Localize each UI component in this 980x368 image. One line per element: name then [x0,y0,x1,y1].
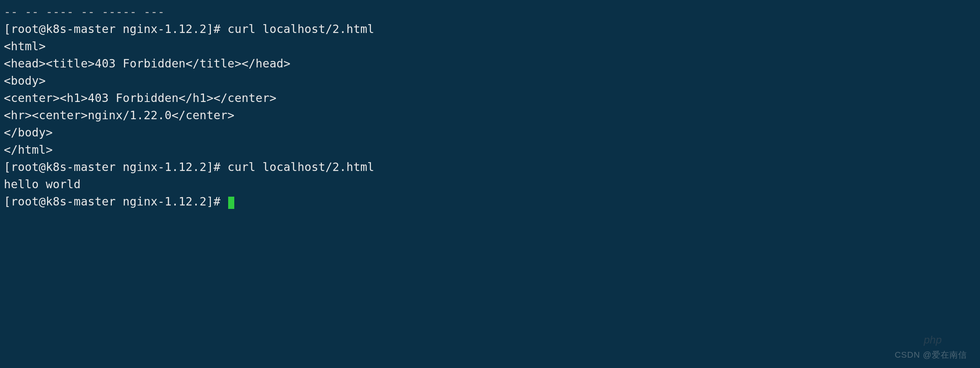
terminal-output-line: hello world [4,176,976,193]
terminal-prompt-line: [root@k8s-master nginx-1.12.2]# curl loc… [4,20,976,38]
terminal-output-line: <hr><center>nginx/1.22.0</center> [4,107,976,124]
watermark-text: CSDN @爱在南信 [895,348,967,361]
prompt-text: [root@k8s-master nginx-1.12.2]# [4,195,227,208]
cursor-icon [228,197,234,209]
watermark-ghost: php [924,332,942,348]
terminal-output-line: <body> [4,72,976,89]
terminal-output-line: </html> [4,141,976,158]
terminal-output-line: </body> [4,124,976,141]
terminal-output-line: <center><h1>403 Forbidden</h1></center> [4,89,976,107]
terminal-output-line: -- -- ---- -- ----- --- [4,3,976,20]
terminal-output-line: <html> [4,38,976,55]
terminal-active-prompt[interactable]: [root@k8s-master nginx-1.12.2]# [4,193,976,210]
terminal-prompt-line: [root@k8s-master nginx-1.12.2]# curl loc… [4,158,976,176]
terminal-output-line: <head><title>403 Forbidden</title></head… [4,55,976,72]
